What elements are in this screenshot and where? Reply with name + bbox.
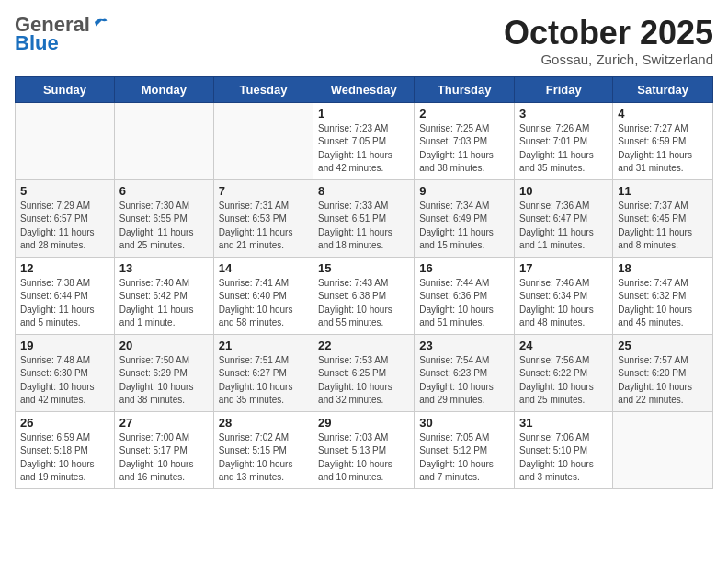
day-info: Sunrise: 7:38 AMSunset: 6:44 PMDaylight:…	[20, 277, 109, 330]
title-block: October 2025 Gossau, Zurich, Switzerland	[504, 15, 713, 67]
day-info: Sunrise: 7:44 AMSunset: 6:36 PMDaylight:…	[419, 277, 509, 330]
calendar-cell: 4Sunrise: 7:27 AMSunset: 6:59 PMDaylight…	[613, 102, 713, 179]
day-info: Sunrise: 7:56 AMSunset: 6:22 PMDaylight:…	[519, 354, 608, 408]
week-row-3: 12Sunrise: 7:38 AMSunset: 6:44 PMDayligh…	[16, 257, 713, 334]
day-info: Sunrise: 7:23 AMSunset: 7:05 PMDaylight:…	[318, 122, 409, 176]
weekday-header-tuesday: Tuesday	[213, 76, 313, 102]
day-number: 9	[419, 184, 509, 198]
day-info: Sunrise: 7:48 AMSunset: 6:30 PMDaylight:…	[20, 354, 109, 408]
logo: General Blue	[15, 15, 108, 55]
day-number: 26	[20, 416, 109, 430]
calendar-cell: 5Sunrise: 7:29 AMSunset: 6:57 PMDaylight…	[16, 179, 115, 257]
day-number: 6	[119, 184, 209, 198]
calendar-cell: 19Sunrise: 7:48 AMSunset: 6:30 PMDayligh…	[16, 334, 115, 411]
day-info: Sunrise: 7:31 AMSunset: 6:53 PMDaylight:…	[219, 200, 308, 253]
day-info: Sunrise: 7:06 AMSunset: 5:10 PMDaylight:…	[519, 431, 608, 485]
weekday-header-friday: Friday	[515, 76, 613, 102]
day-number: 18	[618, 261, 708, 275]
calendar-cell: 28Sunrise: 7:02 AMSunset: 5:15 PMDayligh…	[213, 411, 313, 488]
calendar-cell: 18Sunrise: 7:47 AMSunset: 6:32 PMDayligh…	[613, 257, 713, 334]
calendar-cell: 14Sunrise: 7:41 AMSunset: 6:40 PMDayligh…	[213, 257, 313, 334]
day-number: 8	[318, 184, 409, 198]
day-number: 23	[419, 339, 509, 352]
day-number: 24	[519, 339, 608, 352]
calendar-cell: 7Sunrise: 7:31 AMSunset: 6:53 PMDaylight…	[213, 179, 313, 257]
day-number: 29	[318, 416, 409, 430]
calendar-cell: 3Sunrise: 7:26 AMSunset: 7:01 PMDaylight…	[515, 102, 613, 179]
day-number: 14	[219, 261, 308, 275]
calendar-cell: 17Sunrise: 7:46 AMSunset: 6:34 PMDayligh…	[515, 257, 613, 334]
weekday-header-row: SundayMondayTuesdayWednesdayThursdayFrid…	[16, 76, 713, 102]
calendar-cell: 13Sunrise: 7:40 AMSunset: 6:42 PMDayligh…	[114, 257, 213, 334]
day-info: Sunrise: 7:34 AMSunset: 6:49 PMDaylight:…	[419, 200, 509, 253]
day-info: Sunrise: 7:30 AMSunset: 6:55 PMDaylight:…	[119, 200, 209, 253]
day-number: 22	[318, 339, 409, 352]
logo-blue-text: Blue	[15, 31, 59, 54]
day-number: 11	[618, 184, 708, 198]
day-info: Sunrise: 7:33 AMSunset: 6:51 PMDaylight:…	[318, 200, 409, 253]
weekday-header-sunday: Sunday	[16, 76, 115, 102]
day-info: Sunrise: 7:51 AMSunset: 6:27 PMDaylight:…	[219, 354, 308, 408]
day-info: Sunrise: 7:02 AMSunset: 5:15 PMDaylight:…	[219, 431, 308, 485]
calendar-table: SundayMondayTuesdayWednesdayThursdayFrid…	[15, 76, 713, 489]
day-info: Sunrise: 7:26 AMSunset: 7:01 PMDaylight:…	[519, 122, 608, 176]
day-number: 31	[519, 416, 608, 430]
logo-bird-icon	[92, 17, 108, 33]
day-info: Sunrise: 7:50 AMSunset: 6:29 PMDaylight:…	[119, 354, 209, 408]
weekday-header-monday: Monday	[114, 76, 213, 102]
calendar-cell	[213, 102, 313, 179]
month-title: October 2025	[504, 15, 713, 52]
day-number: 28	[219, 416, 308, 430]
calendar-cell: 25Sunrise: 7:57 AMSunset: 6:20 PMDayligh…	[613, 334, 713, 411]
day-number: 20	[119, 339, 209, 352]
weekday-header-saturday: Saturday	[613, 76, 713, 102]
day-info: Sunrise: 7:43 AMSunset: 6:38 PMDaylight:…	[318, 277, 409, 330]
calendar-cell: 2Sunrise: 7:25 AMSunset: 7:03 PMDaylight…	[415, 102, 515, 179]
calendar-cell: 22Sunrise: 7:53 AMSunset: 6:25 PMDayligh…	[313, 334, 415, 411]
day-number: 7	[219, 184, 308, 198]
week-row-4: 19Sunrise: 7:48 AMSunset: 6:30 PMDayligh…	[16, 334, 713, 411]
calendar-cell: 6Sunrise: 7:30 AMSunset: 6:55 PMDaylight…	[114, 179, 213, 257]
day-info: Sunrise: 7:29 AMSunset: 6:57 PMDaylight:…	[20, 200, 109, 253]
day-number: 1	[318, 107, 409, 121]
day-info: Sunrise: 7:00 AMSunset: 5:17 PMDaylight:…	[119, 431, 209, 485]
day-number: 5	[20, 184, 109, 198]
day-info: Sunrise: 7:05 AMSunset: 5:12 PMDaylight:…	[419, 431, 509, 485]
day-info: Sunrise: 7:25 AMSunset: 7:03 PMDaylight:…	[419, 122, 509, 176]
calendar-cell: 27Sunrise: 7:00 AMSunset: 5:17 PMDayligh…	[114, 411, 213, 488]
week-row-5: 26Sunrise: 6:59 AMSunset: 5:18 PMDayligh…	[16, 411, 713, 488]
calendar-cell: 16Sunrise: 7:44 AMSunset: 6:36 PMDayligh…	[415, 257, 515, 334]
day-number: 21	[219, 339, 308, 352]
day-info: Sunrise: 6:59 AMSunset: 5:18 PMDaylight:…	[20, 431, 109, 485]
day-info: Sunrise: 7:03 AMSunset: 5:13 PMDaylight:…	[318, 431, 409, 485]
calendar-cell: 10Sunrise: 7:36 AMSunset: 6:47 PMDayligh…	[515, 179, 613, 257]
weekday-header-thursday: Thursday	[415, 76, 515, 102]
calendar-cell: 9Sunrise: 7:34 AMSunset: 6:49 PMDaylight…	[415, 179, 515, 257]
day-info: Sunrise: 7:37 AMSunset: 6:45 PMDaylight:…	[618, 200, 708, 253]
calendar-cell: 11Sunrise: 7:37 AMSunset: 6:45 PMDayligh…	[613, 179, 713, 257]
day-info: Sunrise: 7:54 AMSunset: 6:23 PMDaylight:…	[419, 354, 509, 408]
day-number: 25	[618, 339, 708, 352]
day-number: 12	[20, 261, 109, 275]
day-number: 17	[519, 261, 608, 275]
calendar-cell: 26Sunrise: 6:59 AMSunset: 5:18 PMDayligh…	[16, 411, 115, 488]
day-number: 27	[119, 416, 209, 430]
day-number: 30	[419, 416, 509, 430]
day-info: Sunrise: 7:41 AMSunset: 6:40 PMDaylight:…	[219, 277, 308, 330]
calendar-cell: 23Sunrise: 7:54 AMSunset: 6:23 PMDayligh…	[415, 334, 515, 411]
day-number: 16	[419, 261, 509, 275]
calendar-cell: 30Sunrise: 7:05 AMSunset: 5:12 PMDayligh…	[415, 411, 515, 488]
day-info: Sunrise: 7:57 AMSunset: 6:20 PMDaylight:…	[618, 354, 708, 408]
weekday-header-wednesday: Wednesday	[313, 76, 415, 102]
day-number: 4	[618, 107, 708, 121]
calendar-cell: 29Sunrise: 7:03 AMSunset: 5:13 PMDayligh…	[313, 411, 415, 488]
location-text: Gossau, Zurich, Switzerland	[504, 52, 713, 67]
day-info: Sunrise: 7:46 AMSunset: 6:34 PMDaylight:…	[519, 277, 608, 330]
calendar-cell: 8Sunrise: 7:33 AMSunset: 6:51 PMDaylight…	[313, 179, 415, 257]
calendar-cell	[114, 102, 213, 179]
calendar-cell: 15Sunrise: 7:43 AMSunset: 6:38 PMDayligh…	[313, 257, 415, 334]
calendar-cell: 12Sunrise: 7:38 AMSunset: 6:44 PMDayligh…	[16, 257, 115, 334]
calendar-cell: 31Sunrise: 7:06 AMSunset: 5:10 PMDayligh…	[515, 411, 613, 488]
calendar-cell: 20Sunrise: 7:50 AMSunset: 6:29 PMDayligh…	[114, 334, 213, 411]
calendar-cell: 1Sunrise: 7:23 AMSunset: 7:05 PMDaylight…	[313, 102, 415, 179]
